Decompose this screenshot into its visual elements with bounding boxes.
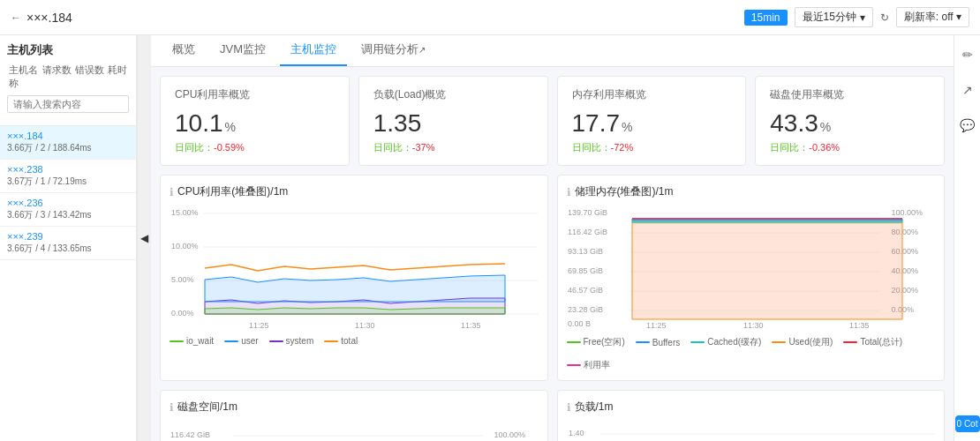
sidebar-col-duration: 耗时 bbox=[108, 64, 127, 90]
disk-value-unit: % bbox=[820, 120, 831, 134]
chevron-down-icon: ▾ bbox=[860, 11, 865, 24]
sidebar-item-name-2: ×××.236 bbox=[7, 198, 129, 208]
load-chart-area: 1.40 1.20 1 0.800 0.600 bbox=[567, 420, 936, 441]
legend-total: total bbox=[324, 336, 358, 346]
metric-card-load-compare: 日同比：-37% bbox=[373, 141, 533, 154]
cot-button[interactable]: 0 Cot bbox=[955, 415, 980, 432]
legend-utilization: 利用率 bbox=[567, 359, 610, 371]
chart-title-memory: ℹ 储理内存(堆叠图)/1m bbox=[567, 184, 936, 199]
svg-text:100.00%: 100.00% bbox=[494, 430, 525, 439]
metric-card-memory-compare: 日同比：-72% bbox=[572, 141, 732, 154]
search-input[interactable] bbox=[7, 95, 129, 113]
legend-dot-used bbox=[772, 341, 786, 343]
info-icon: ℹ bbox=[170, 186, 174, 198]
svg-text:11:30: 11:30 bbox=[355, 321, 375, 330]
header-right: 15min 最近15分钟 ▾ ↻ 刷新率: off ▾ bbox=[744, 7, 969, 27]
svg-text:11:35: 11:35 bbox=[461, 321, 481, 330]
time-select[interactable]: 最近15分钟 ▾ bbox=[795, 7, 873, 27]
legend-buffers: Buffers bbox=[636, 336, 681, 348]
sidebar-item-name-3: ×××.239 bbox=[7, 231, 129, 242]
metric-card-cpu-title: CPU利用率概览 bbox=[175, 87, 335, 102]
metric-card-memory: 内存利用率概览 17.7 % 日同比：-72% bbox=[557, 76, 747, 166]
content-area: 概览 JVM监控 主机监控 调用链分析↗ CPU利用率概览 bbox=[151, 35, 954, 441]
refresh-rate-label: 刷新率: off bbox=[904, 11, 954, 23]
metric-card-disk: 磁盘使用率概览 43.3 % 日同比：-0.36% bbox=[755, 76, 945, 166]
refresh-rate-select[interactable]: 刷新率: off ▾ bbox=[896, 7, 969, 27]
collapse-icon: ◀ bbox=[140, 232, 148, 244]
metric-card-cpu: CPU利用率概览 10.1 % 日同比：-0.59% bbox=[160, 76, 350, 166]
nav-tabs: 概览 JVM监控 主机监控 调用链分析↗ bbox=[151, 35, 954, 67]
charts-grid: ℹ CPU利用率(堆叠图)/1m 15.00% 10.00% 5.00% 0.0… bbox=[160, 175, 945, 441]
chart-panel-memory: ℹ 储理内存(堆叠图)/1m 139.70 GiB 116.42 GiB 93.… bbox=[557, 175, 946, 381]
cpu-value-unit: % bbox=[225, 120, 236, 134]
sidebar-item-name-0: ×××.184 bbox=[7, 131, 129, 141]
metric-card-load: 负载(Load)概览 1.35 日同比：-37% bbox=[358, 76, 548, 166]
svg-text:11:25: 11:25 bbox=[646, 321, 667, 330]
sidebar-col-name: 主机名称 bbox=[9, 64, 39, 90]
sidebar-item-stats-2: 3.66万 / 3 / 143.42ms bbox=[7, 209, 129, 221]
sidebar-item-1[interactable]: ×××.238 3.67万 / 1 / 72.19ms bbox=[0, 160, 136, 193]
back-icon: ← bbox=[11, 11, 21, 24]
main-layout: 主机列表 主机名称 请求数 错误数 耗时 ×××.184 3.66万 / 2 /… bbox=[0, 35, 980, 441]
legend-user: user bbox=[224, 336, 258, 346]
svg-text:116.42 GiB: 116.42 GiB bbox=[568, 228, 607, 236]
share-button[interactable]: ↗ bbox=[957, 79, 978, 101]
metric-card-memory-title: 内存利用率概览 bbox=[572, 87, 732, 102]
svg-text:23.28 GiB: 23.28 GiB bbox=[568, 305, 603, 314]
external-link-icon: ↗ bbox=[418, 45, 426, 55]
sidebar-col-requests: 请求数 bbox=[42, 64, 72, 90]
sidebar-title: 主机列表 bbox=[7, 42, 129, 58]
svg-text:11:30: 11:30 bbox=[743, 321, 764, 330]
sidebar-item-3[interactable]: ×××.239 3.66万 / 4 / 133.65ms bbox=[0, 227, 136, 260]
sidebar-col-errors: 错误数 bbox=[75, 64, 104, 90]
sidebar-collapse-button[interactable]: ◀ bbox=[137, 35, 151, 441]
tab-jvm[interactable]: JVM监控 bbox=[209, 41, 276, 66]
dashboard: CPU利用率概览 10.1 % 日同比：-0.59% 负载(Load)概览 1.… bbox=[151, 67, 954, 441]
memory-chart-legend: Free(空闲) Buffers Cached(缓存) bbox=[567, 336, 936, 371]
right-panel: ✏ ↗ 💬 0 Cot bbox=[954, 35, 980, 441]
disk-value-num: 43.3 bbox=[770, 109, 818, 138]
legend-dot-utilization bbox=[567, 364, 581, 366]
tab-host[interactable]: 主机监控 bbox=[280, 41, 347, 66]
disk-chart-area: 116.42 GiB 93.13 GiB 69.85 GiB 46.57 GiB… bbox=[170, 420, 539, 441]
svg-marker-13 bbox=[205, 308, 505, 314]
legend-dot-user bbox=[224, 340, 238, 342]
tab-overview[interactable]: 概览 bbox=[162, 41, 206, 66]
svg-text:46.57 GiB: 46.57 GiB bbox=[568, 286, 603, 295]
svg-text:0.00%: 0.00% bbox=[171, 309, 194, 318]
chart-title-load: ℹ 负载/1m bbox=[567, 400, 936, 415]
refresh-icon[interactable]: ↻ bbox=[880, 11, 889, 24]
tab-trace[interactable]: 调用链分析↗ bbox=[351, 41, 436, 66]
svg-text:69.85 GiB: 69.85 GiB bbox=[568, 266, 603, 275]
header: ← ×××.184 15min 最近15分钟 ▾ ↻ 刷新率: off ▾ bbox=[0, 0, 980, 35]
sidebar: 主机列表 主机名称 请求数 错误数 耗时 ×××.184 3.66万 / 2 /… bbox=[0, 35, 137, 441]
back-button[interactable]: ← ×××.184 bbox=[11, 11, 72, 25]
disk-chart-svg: 116.42 GiB 93.13 GiB 69.85 GiB 46.57 GiB… bbox=[170, 420, 539, 441]
svg-text:1.40: 1.40 bbox=[569, 429, 584, 437]
svg-text:0.00 B: 0.00 B bbox=[568, 319, 591, 328]
svg-marker-33 bbox=[632, 222, 902, 319]
load-chart-svg: 1.40 1.20 1 0.800 0.600 bbox=[567, 420, 936, 441]
edit-button[interactable]: ✏ bbox=[957, 44, 978, 65]
info-icon-memory: ℹ bbox=[567, 186, 571, 198]
sidebar-item-stats-3: 3.66万 / 4 / 133.65ms bbox=[7, 243, 129, 255]
sidebar-search bbox=[7, 95, 129, 113]
chart-panel-cpu: ℹ CPU利用率(堆叠图)/1m 15.00% 10.00% 5.00% 0.0… bbox=[160, 175, 548, 381]
sidebar-item-2[interactable]: ×××.236 3.66万 / 3 / 143.42ms bbox=[0, 193, 136, 227]
metric-cards: CPU利用率概览 10.1 % 日同比：-0.59% 负载(Load)概览 1.… bbox=[160, 76, 945, 166]
chart-panel-disk: ℹ 磁盘空间/1m 116.42 GiB 93.13 GiB 69.85 GiB… bbox=[160, 390, 548, 441]
message-button[interactable]: 💬 bbox=[957, 115, 978, 136]
svg-text:93.13 GiB: 93.13 GiB bbox=[568, 247, 603, 256]
legend-dot-total-mem bbox=[843, 341, 857, 343]
svg-text:139.70 GiB: 139.70 GiB bbox=[568, 208, 607, 217]
svg-marker-12 bbox=[205, 275, 505, 302]
svg-text:5.00%: 5.00% bbox=[171, 275, 194, 284]
legend-cached: Cached(缓存) bbox=[690, 336, 761, 348]
metric-card-disk-title: 磁盘使用率概览 bbox=[770, 87, 930, 102]
info-icon-disk: ℹ bbox=[170, 401, 174, 414]
memory-value-unit: % bbox=[622, 120, 632, 134]
legend-dot-free bbox=[567, 341, 581, 343]
chart-panel-load: ℹ 负载/1m 1.40 1.20 1 0.800 0.600 bbox=[557, 390, 946, 441]
sidebar-item-0[interactable]: ×××.184 3.66万 / 2 / 188.64ms bbox=[0, 126, 136, 160]
svg-text:11:25: 11:25 bbox=[249, 321, 269, 330]
